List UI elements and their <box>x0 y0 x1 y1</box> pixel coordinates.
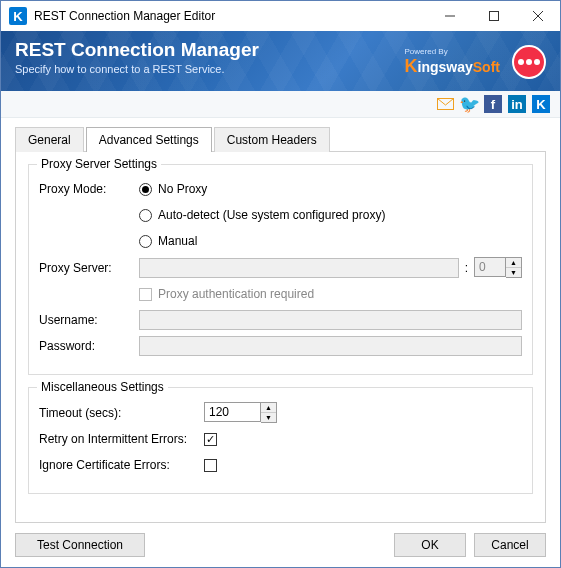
radio-dot-icon <box>139 209 152 222</box>
radio-label: Auto-detect (Use system configured proxy… <box>158 208 385 222</box>
spinner-up-icon[interactable]: ▲ <box>506 258 521 268</box>
checkbox-retry[interactable]: ✓ <box>204 433 217 446</box>
checkbox-proxy-auth[interactable] <box>139 288 152 301</box>
window: K REST Connection Manager Editor REST Co… <box>0 0 561 568</box>
timeout-label: Timeout (secs): <box>39 406 204 420</box>
fieldset-proxy: Proxy Server Settings Proxy Mode: No Pro… <box>28 164 533 375</box>
spinner-down-icon[interactable]: ▼ <box>261 413 276 422</box>
ok-button[interactable]: OK <box>394 533 466 557</box>
misc-legend: Miscellaneous Settings <box>37 380 168 394</box>
timeout-spinner[interactable]: ▲ ▼ <box>204 402 277 423</box>
mail-icon[interactable] <box>436 95 454 113</box>
banner-brand: Powered By KingswaySoft <box>405 47 500 77</box>
timeout-input[interactable] <box>204 402 261 422</box>
twitter-icon[interactable]: 🐦 <box>460 95 478 113</box>
titlebar: K REST Connection Manager Editor <box>1 1 560 31</box>
proxy-mode-label: Proxy Mode: <box>39 182 139 196</box>
tab-panel-advanced: Proxy Server Settings Proxy Mode: No Pro… <box>15 151 546 523</box>
app-icon: K <box>9 7 27 25</box>
spinner-buttons: ▲ ▼ <box>261 402 277 423</box>
test-connection-button[interactable]: Test Connection <box>15 533 145 557</box>
facebook-icon[interactable]: f <box>484 95 502 113</box>
checkbox-ignore-cert[interactable] <box>204 459 217 472</box>
proxy-server-input[interactable] <box>139 258 459 278</box>
kingsway-icon[interactable]: K <box>532 95 550 113</box>
radio-auto-detect[interactable]: Auto-detect (Use system configured proxy… <box>139 208 385 222</box>
radio-label: No Proxy <box>158 182 207 196</box>
window-controls <box>428 1 560 31</box>
radio-no-proxy[interactable]: No Proxy <box>139 182 207 196</box>
tab-custom-headers[interactable]: Custom Headers <box>214 127 330 152</box>
tab-general[interactable]: General <box>15 127 84 152</box>
fieldset-misc: Miscellaneous Settings Timeout (secs): ▲… <box>28 387 533 494</box>
linkedin-icon[interactable]: in <box>508 95 526 113</box>
svg-rect-1 <box>490 12 499 21</box>
twilio-icon <box>512 45 546 79</box>
password-label: Password: <box>39 339 139 353</box>
radio-label: Manual <box>158 234 197 248</box>
social-links-row: 🐦 f in K <box>1 91 560 118</box>
retry-label: Retry on Intermittent Errors: <box>39 432 204 446</box>
footer: Test Connection OK Cancel <box>1 523 560 567</box>
radio-dot-icon <box>139 235 152 248</box>
spinner-buttons: ▲ ▼ <box>506 257 522 278</box>
maximize-button[interactable] <box>472 1 516 31</box>
radio-manual[interactable]: Manual <box>139 234 197 248</box>
header-banner: REST Connection Manager Specify how to c… <box>1 31 560 91</box>
ignore-cert-label: Ignore Certificate Errors: <box>39 458 204 472</box>
tab-strip: General Advanced Settings Custom Headers <box>15 126 546 151</box>
proxy-port-spinner[interactable]: ▲ ▼ <box>474 257 522 278</box>
proxy-port-separator: : <box>465 261 468 275</box>
close-button[interactable] <box>516 1 560 31</box>
brand-name: KingswaySoft <box>405 56 500 77</box>
proxy-legend: Proxy Server Settings <box>37 157 161 171</box>
powered-by-label: Powered By <box>405 47 500 56</box>
spinner-down-icon[interactable]: ▼ <box>506 268 521 277</box>
radio-dot-icon <box>139 183 152 196</box>
proxy-server-label: Proxy Server: <box>39 261 139 275</box>
proxy-auth-label: Proxy authentication required <box>158 287 314 301</box>
username-label: Username: <box>39 313 139 327</box>
minimize-button[interactable] <box>428 1 472 31</box>
proxy-port-input[interactable] <box>474 257 506 277</box>
cancel-button[interactable]: Cancel <box>474 533 546 557</box>
window-title: REST Connection Manager Editor <box>34 9 428 23</box>
spinner-up-icon[interactable]: ▲ <box>261 403 276 413</box>
password-input[interactable] <box>139 336 522 356</box>
username-input[interactable] <box>139 310 522 330</box>
tab-advanced-settings[interactable]: Advanced Settings <box>86 127 212 152</box>
